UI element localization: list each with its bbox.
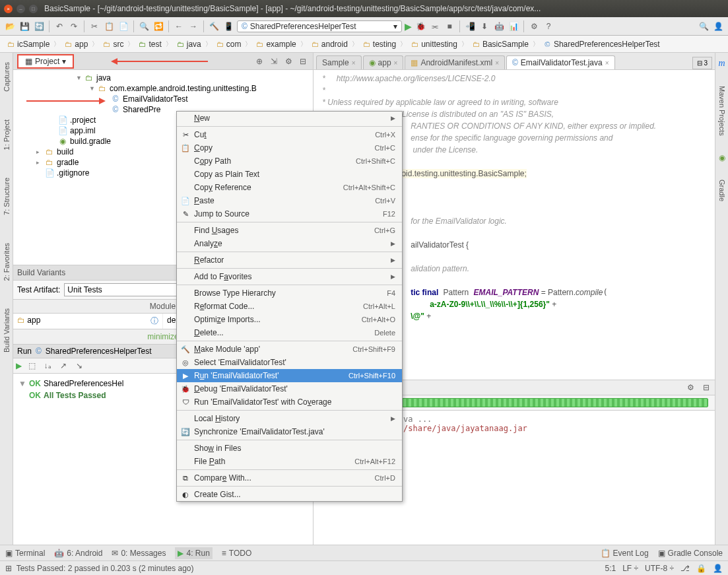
encoding[interactable]: UTF-8 ÷: [645, 564, 674, 573]
rerun-icon[interactable]: ▶: [16, 361, 22, 370]
tab-app[interactable]: ◉app×: [363, 55, 404, 69]
cm-copy[interactable]: 📋CopyCtrl+C: [177, 141, 402, 154]
maven-tab[interactable]: Maven Projects: [717, 82, 727, 140]
cm-new[interactable]: New▶: [177, 112, 402, 125]
sdk-manager-icon[interactable]: ⬇: [479, 20, 490, 32]
gear-icon[interactable]: ⚙: [282, 55, 294, 67]
paste-icon[interactable]: 📄: [117, 20, 129, 32]
android-button[interactable]: 🤖6: Android: [54, 549, 102, 558]
crumb-test[interactable]: 🗀test: [135, 38, 164, 50]
gradle-console-button[interactable]: ▣Gradle Console: [658, 549, 723, 558]
hide-icon[interactable]: ⊟: [700, 382, 712, 393]
run-button[interactable]: ▶4: Run: [175, 547, 212, 559]
cm-make-module[interactable]: 🔨Make Module 'app'Ctrl+Shift+F9: [177, 343, 402, 356]
debug-button[interactable]: 🐞: [414, 20, 426, 32]
cm-jump-to-source[interactable]: ✎Jump to SourceF12: [177, 207, 402, 220]
cm-compare-with[interactable]: ⧉Compare With...Ctrl+D: [177, 471, 402, 485]
help-icon[interactable]: ?: [543, 20, 554, 32]
lock-icon[interactable]: 🔒: [696, 564, 706, 573]
structure-tab[interactable]: 7: Structure: [1, 174, 12, 219]
close-icon[interactable]: ×: [495, 59, 499, 67]
crumb-src[interactable]: 🗀src: [100, 38, 126, 50]
gradle-tab[interactable]: Gradle: [717, 176, 727, 205]
messages-button[interactable]: ✉0: Messages: [112, 549, 166, 558]
find-icon[interactable]: 🔍: [138, 20, 150, 32]
tab-sample[interactable]: Sample×: [316, 55, 362, 69]
tree-node-package[interactable]: ▼🗀com.example.android.testing.unittestin…: [13, 83, 313, 94]
cm-file-path[interactable]: File PathCtrl+Alt+F12: [177, 455, 402, 468]
sort-icon[interactable]: ↓ₐ: [42, 360, 53, 372]
export-icon[interactable]: ↗: [57, 360, 69, 372]
crumb-com[interactable]: 🗀com: [213, 38, 244, 50]
cm-select-test[interactable]: ◎Select 'EmailValidatorTest': [177, 356, 402, 369]
settings-icon[interactable]: ⚙: [528, 20, 540, 32]
copy-icon[interactable]: 📋: [103, 20, 115, 32]
replace-icon[interactable]: 🔁: [152, 20, 164, 32]
cm-favorites[interactable]: Add to Favorites▶: [177, 270, 402, 283]
open-icon[interactable]: 📂: [4, 20, 16, 32]
undo-icon[interactable]: ↶: [53, 20, 65, 32]
cm-debug-test[interactable]: 🐞Debug 'EmailValidatorTest': [177, 382, 402, 395]
close-icon[interactable]: ×: [605, 59, 609, 67]
stop-icon[interactable]: ■: [444, 20, 455, 32]
tree-node-email-validator-test[interactable]: ©EmailValidatorTest: [13, 94, 313, 104]
avd-manager-icon[interactable]: 📲: [464, 20, 476, 32]
favorites-tab[interactable]: 2: Favorites: [1, 239, 12, 285]
collapse-icon[interactable]: ⇲: [268, 55, 280, 67]
cm-paste[interactable]: 📄PasteCtrl+V: [177, 194, 402, 207]
ddms-icon[interactable]: 🤖: [493, 20, 505, 32]
captures-tab[interactable]: Captures: [1, 58, 12, 96]
build-icon[interactable]: 🔨: [208, 20, 220, 32]
line-ending[interactable]: LF ÷: [622, 564, 638, 573]
back-icon[interactable]: ←: [173, 20, 185, 32]
tools-icon[interactable]: ⊞: [5, 564, 12, 573]
event-log-button[interactable]: 📋Event Log: [601, 549, 649, 558]
forward-icon[interactable]: →: [187, 20, 199, 32]
cm-local-history[interactable]: Local History▶: [177, 412, 402, 425]
maximize-window-button[interactable]: □: [29, 5, 38, 13]
cm-analyze[interactable]: Analyze▶: [177, 237, 402, 250]
avd-icon[interactable]: 📱: [222, 20, 234, 32]
cm-copy-path[interactable]: Copy PathCtrl+Shift+C: [177, 154, 402, 168]
cm-synchronize[interactable]: 🔄Synchronize 'EmailValidatorTest.java': [177, 425, 402, 438]
redo-icon[interactable]: ↷: [68, 20, 80, 32]
minimize-window-button[interactable]: –: [17, 5, 25, 13]
cm-copy-plain[interactable]: Copy as Plain Text: [177, 168, 402, 181]
attach-debugger-icon[interactable]: ⫘: [429, 20, 441, 32]
tab-manifest[interactable]: ▦AndroidManifest.xml×: [405, 55, 505, 69]
hector-icon[interactable]: 👤: [713, 564, 723, 573]
git-icon[interactable]: ⎇: [680, 564, 690, 573]
crumb-testing[interactable]: 🗀testing: [360, 38, 399, 50]
tab-email-validator[interactable]: ©EmailValidatorTest.java×: [506, 55, 615, 69]
crumb-app[interactable]: 🗀app: [61, 38, 90, 50]
run-configuration-selector[interactable]: © SharedPreferencesHelperTest ▾: [237, 20, 402, 32]
cm-reformat[interactable]: Reformat Code...Ctrl+Alt+L: [177, 300, 402, 313]
cm-delete[interactable]: Delete...Delete: [177, 326, 402, 339]
user-icon[interactable]: 👤: [712, 20, 724, 32]
close-icon[interactable]: ×: [352, 59, 356, 67]
cm-copy-reference[interactable]: Copy ReferenceCtrl+Alt+Shift+C: [177, 181, 402, 194]
crumb-example[interactable]: 🗀example: [253, 38, 298, 50]
cm-show-in-files[interactable]: Show in Files: [177, 442, 402, 455]
scroll-from-source-icon[interactable]: ⊕: [253, 55, 265, 67]
crumb-basicsample-pkg[interactable]: 🗀BasicSample: [469, 38, 531, 50]
close-icon[interactable]: ×: [394, 59, 398, 67]
build-variants-tab[interactable]: Build Variants: [1, 304, 12, 356]
cut-icon[interactable]: ✂: [88, 20, 100, 32]
cm-run-test[interactable]: ▶Run 'EmailValidatorTest'Ctrl+Shift+F10: [177, 369, 402, 382]
cm-optimize-imports[interactable]: Optimize Imports...Ctrl+Alt+O: [177, 313, 402, 326]
crumb-file[interactable]: ©SharedPreferencesHelperTest: [541, 38, 663, 50]
monitor-icon[interactable]: 📊: [508, 20, 519, 32]
crumb-basicsample[interactable]: 🗀icSample: [4, 38, 52, 50]
gear-icon[interactable]: ⚙: [684, 382, 696, 393]
tree-node-java[interactable]: ▼🗀java: [13, 73, 313, 83]
cm-browse-hierarchy[interactable]: Browse Type HierarchyF4: [177, 287, 402, 300]
import-icon[interactable]: ↘: [73, 360, 85, 372]
todo-button[interactable]: ≡TODO: [222, 549, 251, 558]
cm-cut[interactable]: ✂CutCtrl+X: [177, 128, 402, 141]
cm-create-gist[interactable]: ◐Create Gist...: [177, 488, 402, 501]
search-everywhere-icon[interactable]: 🔍: [698, 20, 710, 32]
project-view-selector[interactable]: ▦ Project ▾: [17, 54, 74, 69]
cm-find-usages[interactable]: Find UsagesCtrl+G: [177, 224, 402, 237]
cm-run-coverage[interactable]: 🛡Run 'EmailValidatorTest' with Coverage: [177, 395, 402, 409]
